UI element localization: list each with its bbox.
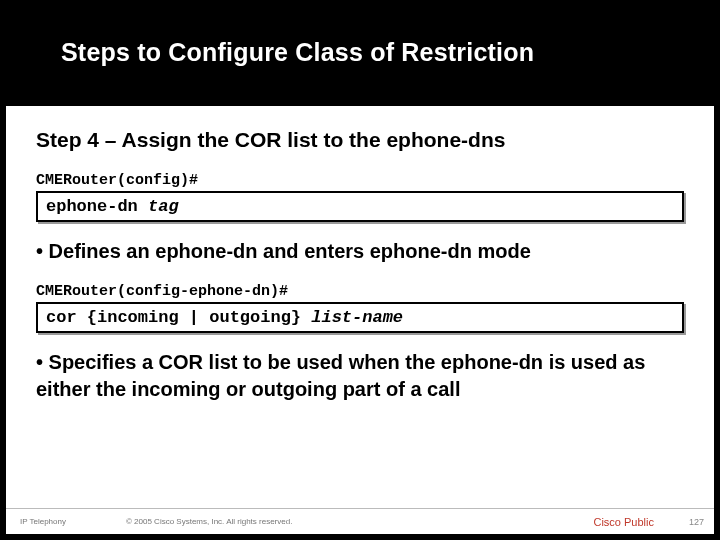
bullet-1: Defines an ephone-dn and enters ephone-d… <box>36 238 684 265</box>
command-keyword: cor {incoming | outgoing} <box>46 308 311 327</box>
command-arg: list-name <box>311 308 403 327</box>
cli-prompt-2: CMERouter(config-ephone-dn)# <box>36 283 684 300</box>
slide: Steps to Configure Class of Restriction … <box>6 6 714 534</box>
footer-page-number: 127 <box>689 517 704 527</box>
slide-shadow-bottom <box>12 534 720 540</box>
command-box-2: cor {incoming | outgoing} list-name <box>36 302 684 333</box>
slide-shadow-right <box>714 12 720 540</box>
cli-prompt-1: CMERouter(config)# <box>36 172 684 189</box>
command-keyword: ephone-dn <box>46 197 148 216</box>
footer: IP Telephony © 2005 Cisco Systems, Inc. … <box>6 508 714 534</box>
command-box-1: ephone-dn tag <box>36 191 684 222</box>
footer-copyright: © 2005 Cisco Systems, Inc. All rights re… <box>126 517 593 526</box>
command-arg: tag <box>148 197 179 216</box>
title-bar: Steps to Configure Class of Restriction <box>6 6 714 106</box>
slide-title: Steps to Configure Class of Restriction <box>61 38 694 67</box>
bullet-2: Specifies a COR list to be used when the… <box>36 349 684 403</box>
footer-public: Cisco Public <box>593 516 654 528</box>
footer-left: IP Telephony <box>20 517 66 526</box>
step-heading: Step 4 – Assign the COR list to the epho… <box>36 128 684 152</box>
content-area: Step 4 – Assign the COR list to the epho… <box>6 106 714 403</box>
